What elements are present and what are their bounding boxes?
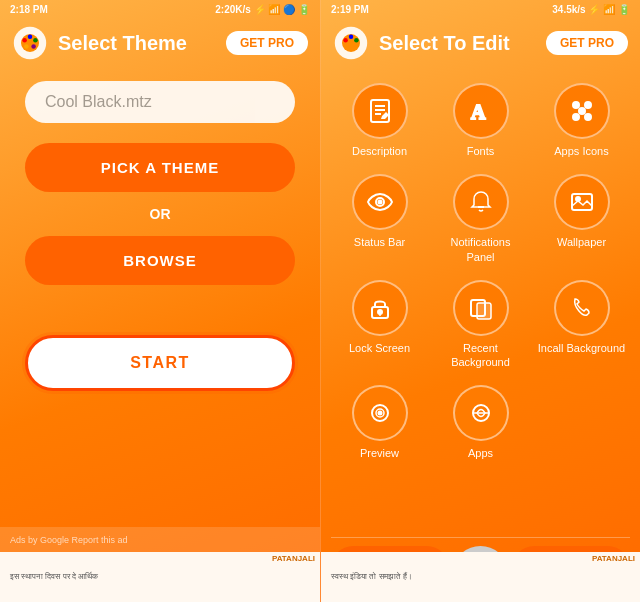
bottom-banner-left: इस स्थापना दिवस पर दे आर्थिक PATANJALI: [0, 552, 320, 602]
svg-point-19: [573, 114, 579, 120]
preview-icon: [366, 399, 394, 427]
grid-item-fonts[interactable]: A Fonts: [432, 79, 529, 162]
svg-point-21: [579, 108, 585, 114]
notifications-label: Notifications Panel: [436, 235, 525, 264]
ad-bar-left: Ads by Google Report this ad: [0, 527, 320, 552]
apps-icons-icon: [568, 97, 596, 125]
recent-bg-icon: [467, 294, 495, 322]
notifications-icon: [467, 188, 495, 216]
svg-point-2: [22, 38, 27, 43]
grid-item-recent-bg[interactable]: Recent Background: [432, 276, 529, 374]
status-bar-label: Status Bar: [354, 235, 405, 249]
svg-point-5: [31, 44, 35, 49]
left-panel: 2:18 PM 2:20K/s ⚡ 📶 🔵 🔋 Select Theme GET…: [0, 0, 320, 602]
svg-rect-31: [477, 303, 491, 319]
grid-item-description[interactable]: Description: [331, 79, 428, 162]
right-panel: 2:19 PM 34.5k/s ⚡ 📶 🔋 Select To Edit GET…: [320, 0, 640, 602]
edit-grid: Description A Fonts Apps Ic: [321, 71, 640, 537]
header-left: Select Theme GET PRO: [0, 19, 320, 71]
svg-text:A: A: [471, 101, 486, 123]
svg-point-20: [585, 114, 591, 120]
wallpaper-circle: [554, 174, 610, 230]
svg-point-6: [24, 44, 29, 49]
grid-item-notifications[interactable]: Notifications Panel: [432, 170, 529, 268]
palette-icon: [12, 25, 48, 61]
pick-theme-btn[interactable]: PICK A THEME: [25, 143, 295, 192]
svg-point-10: [349, 34, 354, 39]
browse-btn[interactable]: BROWSE: [25, 236, 295, 285]
svg-point-28: [378, 310, 382, 314]
patanjali-left: PATANJALI: [272, 554, 315, 563]
recent-bg-circle: [453, 280, 509, 336]
lock-screen-label: Lock Screen: [349, 341, 410, 355]
svg-point-9: [343, 38, 348, 43]
banner-text-left: इस स्थापना दिवस पर दे आर्थिक: [10, 572, 98, 582]
description-icon: [366, 97, 394, 125]
grid-item-lock-screen[interactable]: Lock Screen: [331, 276, 428, 374]
wallpaper-icon: [568, 188, 596, 216]
status-bar-circle: [352, 174, 408, 230]
apps-icon: [467, 399, 495, 427]
palette-icon-right: [333, 25, 369, 61]
svg-point-23: [378, 201, 381, 204]
time-left: 2:18 PM: [10, 4, 48, 15]
header-right: Select To Edit GET PRO: [321, 19, 640, 71]
fonts-icon-circle: A: [453, 83, 509, 139]
start-btn[interactable]: START: [25, 335, 295, 391]
lock-icon: [366, 294, 394, 322]
status-bar-right: 2:19 PM 34.5k/s ⚡ 📶 🔋: [321, 0, 640, 19]
svg-point-34: [378, 412, 381, 415]
wallpaper-label: Wallpaper: [557, 235, 606, 249]
notifications-circle: [453, 174, 509, 230]
grid-item-incall-bg[interactable]: Incall Background: [533, 276, 630, 374]
lock-circle: [352, 280, 408, 336]
fonts-icon: A: [467, 97, 495, 125]
patanjali-right: PATANJALI: [592, 554, 635, 563]
grid-item-apps[interactable]: Apps: [432, 381, 529, 464]
grid-item-preview[interactable]: Preview: [331, 381, 428, 464]
preview-circle: [352, 385, 408, 441]
svg-point-18: [585, 102, 591, 108]
or-divider-left: OR: [0, 206, 320, 222]
get-pro-btn-right[interactable]: GET PRO: [546, 31, 628, 55]
description-label: Description: [352, 144, 407, 158]
preview-label: Preview: [360, 446, 399, 460]
apps-circle: [453, 385, 509, 441]
incall-icon: [568, 294, 596, 322]
recent-bg-label: Recent Background: [436, 341, 525, 370]
incall-circle: [554, 280, 610, 336]
grid-item-status-bar[interactable]: Status Bar: [331, 170, 428, 268]
banner-text-right: स्वस्थ इंडिया तो समझाते हैं।: [331, 572, 412, 582]
apps-icons-label: Apps Icons: [554, 144, 608, 158]
incall-bg-label: Incall Background: [538, 341, 625, 355]
apps-icons-circle: [554, 83, 610, 139]
status-bar-left: 2:18 PM 2:20K/s ⚡ 📶 🔵 🔋: [0, 0, 320, 19]
time-right: 2:19 PM: [331, 4, 369, 15]
svg-point-4: [33, 38, 38, 43]
svg-point-3: [28, 34, 33, 39]
signal-left: 2:20K/s ⚡ 📶 🔵 🔋: [215, 4, 310, 15]
status-bar-icon: [366, 188, 394, 216]
svg-point-17: [573, 102, 579, 108]
grid-item-apps-icons[interactable]: Apps Icons: [533, 79, 630, 162]
apps-label: Apps: [468, 446, 493, 460]
theme-search[interactable]: Cool Black.mtz: [25, 81, 295, 123]
header-title-left: Select Theme: [58, 32, 216, 55]
description-icon-circle: [352, 83, 408, 139]
header-title-right: Select To Edit: [379, 32, 536, 55]
fonts-label: Fonts: [467, 144, 495, 158]
get-pro-btn-left[interactable]: GET PRO: [226, 31, 308, 55]
signal-right: 34.5k/s ⚡ 📶 🔋: [552, 4, 630, 15]
svg-point-11: [354, 38, 359, 43]
bottom-banner-right: स्वस्थ इंडिया तो समझाते हैं। PATANJALI: [321, 552, 640, 602]
grid-item-wallpaper[interactable]: Wallpaper: [533, 170, 630, 268]
